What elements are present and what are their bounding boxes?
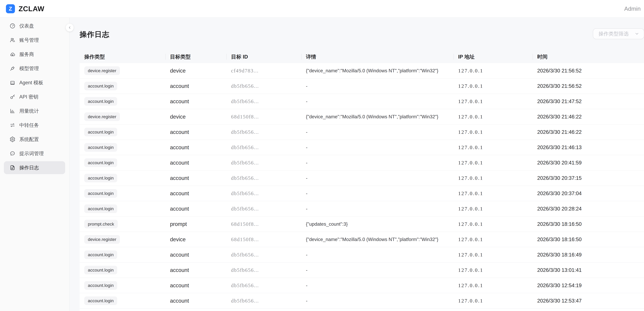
sidebar-item-label: 仪表盘 — [19, 23, 34, 29]
operation-type-badge: account.login — [84, 158, 117, 167]
ip-address-cell: 127.0.0.1 — [454, 252, 532, 258]
time-cell: 2026/3/30 20:37:15 — [532, 175, 644, 181]
table-row: account.loginaccountdb5fb656...-127.0.0.… — [80, 186, 644, 201]
bar-chart-icon — [10, 108, 16, 114]
chevron-left-icon — [68, 26, 72, 30]
sidebar-item-label: 中转任务 — [19, 122, 39, 129]
target-type-cell: device — [166, 114, 226, 120]
detail-cell: {"device_name":"Mozilla/5.0 (Windows NT"… — [301, 68, 454, 74]
operation-type-badge: account.login — [84, 204, 117, 213]
action-cell: account.login — [80, 250, 166, 259]
sidebar-item-api-keys[interactable]: API 密钥 — [4, 90, 65, 103]
table-row: prompt.checkprompt68d150f8...{"updates_c… — [80, 216, 644, 232]
action-cell: account.login — [80, 189, 166, 198]
chevron-down-icon — [634, 32, 639, 36]
operation-type-badge: account.login — [84, 97, 117, 106]
sidebar-item-label: 服务商 — [19, 51, 34, 58]
operation-type-badge: account.login — [84, 143, 117, 152]
ip-address-cell: 127.0.0.1 — [454, 98, 532, 104]
sidebar-item-accounts[interactable]: 账号管理 — [4, 34, 65, 47]
table-row: device.registerdevice68d150f8...{"device… — [80, 232, 644, 247]
time-cell: 2026/3/30 13:01:41 — [532, 267, 644, 273]
ip-address-cell: 127.0.0.1 — [454, 160, 532, 166]
target-id-cell: db5fb656... — [226, 98, 301, 104]
table-row: device.registerdevice68d150f8...{"device… — [80, 109, 644, 125]
time-cell: 2026/3/30 12:53:47 — [532, 298, 644, 304]
target-type-cell: account — [166, 190, 226, 197]
time-cell: 2026/3/30 18:16:50 — [532, 221, 644, 227]
operation-type-badge: account.login — [84, 128, 117, 136]
target-type-cell: account — [166, 144, 226, 151]
action-cell: account.login — [80, 174, 166, 182]
target-id-cell: cf49d783... — [226, 68, 301, 74]
brand-logo-letter: Z — [9, 6, 12, 12]
detail-cell: - — [301, 129, 454, 135]
time-cell: 2026/3/30 18:16:50 — [532, 236, 644, 242]
ip-address-cell: 127.0.0.1 — [454, 129, 532, 135]
sidebar-item-system-config[interactable]: 系统配置 — [4, 133, 65, 146]
sidebar-item-relay-tasks[interactable]: 中转任务 — [4, 119, 65, 132]
target-id-cell: db5fb656... — [226, 206, 301, 212]
ip-address-cell: 127.0.0.1 — [454, 175, 532, 181]
action-cell: device.register — [80, 66, 166, 75]
time-cell: 2026/3/30 21:46:22 — [532, 114, 644, 120]
table-row: account.loginaccountdb5fb656...-127.0.0.… — [80, 79, 644, 94]
sidebar-item-label: 用量统计 — [19, 108, 39, 114]
target-type-cell: account — [166, 129, 226, 135]
sidebar-item-label: 模型管理 — [19, 65, 39, 72]
sidebar-item-operation-logs[interactable]: 操作日志 — [4, 161, 65, 174]
target-type-cell: account — [166, 267, 226, 273]
filter-placeholder: 操作类型筛选 — [598, 30, 634, 37]
detail-cell: - — [301, 267, 454, 273]
table-row: account.loginaccountdb5fb656...-127.0.0.… — [80, 201, 644, 216]
table-body: device.registerdevicecf49d783...{"device… — [80, 63, 644, 311]
target-type-cell: account — [166, 252, 226, 258]
sidebar-item-prompts[interactable]: 提示词管理 — [4, 147, 65, 160]
column-header-target-id: 目标 ID — [226, 50, 301, 63]
detail-cell: {"updates_count":3} — [301, 221, 454, 227]
ip-address-cell: 127.0.0.1 — [454, 298, 532, 304]
table-row: account.loginaccountdb5fb656...-127.0.0.… — [80, 293, 644, 308]
target-type-cell: account — [166, 206, 226, 212]
cloud-icon — [10, 51, 16, 57]
operation-type-badge: prompt.check — [84, 220, 118, 228]
users-icon — [10, 37, 16, 43]
operation-type-badge: device.register — [84, 235, 120, 244]
sidebar-nav: 仪表盘账号管理服务商模型管理Agent 模板API 密钥用量统计中转任务系统配置… — [0, 18, 70, 311]
table-row: account.loginaccountdb5fb656...-127.0.0.… — [80, 262, 644, 278]
ip-address-cell: 127.0.0.1 — [454, 190, 532, 196]
target-type-cell: device — [166, 236, 226, 242]
gauge-icon — [10, 23, 16, 29]
column-header-ip: IP 地址 — [454, 50, 532, 63]
action-cell: device.register — [80, 112, 166, 121]
ip-address-cell: 127.0.0.1 — [454, 68, 532, 74]
target-type-cell: account — [166, 298, 226, 304]
target-type-cell: account — [166, 83, 226, 89]
ip-address-cell: 127.0.0.1 — [454, 236, 532, 242]
time-cell: 2026/3/30 20:41:59 — [532, 160, 644, 166]
message-dots-icon — [10, 151, 16, 156]
detail-cell: - — [301, 145, 454, 150]
sidebar-item-providers[interactable]: 服务商 — [4, 48, 65, 61]
table-row: device.registerdevicecf49d783...{"device… — [80, 63, 644, 79]
target-id-cell: 68d150f8... — [226, 236, 301, 242]
table-row: account.loginaccountdb5fb656...-127.0.0.… — [80, 125, 644, 140]
action-cell: account.login — [80, 97, 166, 106]
target-id-cell: db5fb656... — [226, 144, 301, 150]
target-type-cell: account — [166, 98, 226, 105]
admin-user-label[interactable]: Admin — [624, 6, 641, 12]
operation-type-filter-select[interactable]: 操作类型筛选 — [593, 28, 644, 39]
detail-cell: - — [301, 175, 454, 181]
time-cell: 2026/3/30 20:28:24 — [532, 206, 644, 212]
action-cell: account.login — [80, 204, 166, 213]
sidebar-collapse-button[interactable] — [66, 24, 74, 32]
ip-address-cell: 127.0.0.1 — [454, 267, 532, 273]
sidebar-item-usage-stats[interactable]: 用量统计 — [4, 105, 65, 117]
robot-icon — [10, 80, 16, 86]
sidebar-item-label: Agent 模板 — [19, 79, 43, 86]
sidebar-item-models[interactable]: 模型管理 — [4, 62, 65, 75]
sidebar-item-label: 账号管理 — [19, 37, 39, 44]
sidebar-item-dashboard[interactable]: 仪表盘 — [4, 20, 65, 32]
ip-address-cell: 127.0.0.1 — [454, 114, 532, 120]
sidebar-item-agent-templates[interactable]: Agent 模板 — [4, 76, 65, 89]
